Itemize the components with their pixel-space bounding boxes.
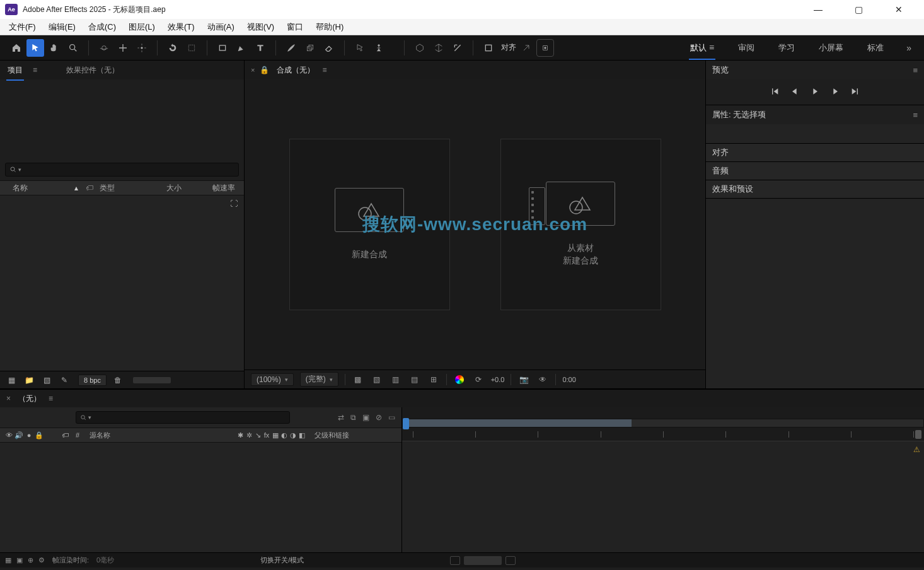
thumbnail-size-slider[interactable] [133,377,171,383]
sort-arrow-icon[interactable]: ▴ [74,183,86,192]
3d-tool-b-icon[interactable] [430,39,448,57]
brush-tool-icon[interactable] [282,39,300,57]
tab-effect-controls[interactable]: 效果控件（无） [65,62,120,78]
parent-header[interactable]: 父级和链接 [315,431,396,440]
timeline-tab-menu-icon[interactable]: ≡ [49,394,53,403]
home-tool-icon[interactable] [8,39,25,57]
align-panel-header[interactable]: 对齐 [706,144,924,161]
comp-lock-icon[interactable]: 🔒 [260,66,269,74]
sw-blend-icon[interactable]: ◧ [298,431,306,439]
tl-opt-1-icon[interactable]: ⇄ [338,413,344,422]
timecode-display[interactable]: 0:00 [562,376,575,383]
menu-help[interactable]: 帮助(H) [309,20,350,35]
col-fps[interactable]: 帧速率 [188,183,239,194]
sb-icon-2[interactable]: ▣ [16,556,23,564]
reset-exposure-icon[interactable]: ⟳ [472,373,485,386]
timeline-tab[interactable]: （无） [17,391,42,407]
pan-behind-tool-icon[interactable] [114,39,132,57]
toggle-switches-button[interactable]: 切换开关/模式 [260,555,304,565]
tl-opt-4-icon[interactable]: ⊘ [376,413,382,422]
workspace-small[interactable]: 小屏幕 [817,38,845,57]
rectangle-tool-icon[interactable] [214,39,231,57]
col-size[interactable]: 大小 [150,183,188,194]
preview-panel-header[interactable]: 预览 ≡ [706,61,924,79]
zoom-out-icon[interactable] [450,556,460,565]
pen-tool-icon[interactable] [233,39,250,57]
play-icon[interactable] [810,86,820,98]
menu-layer[interactable]: 图层(L) [122,20,161,35]
sw-shy-icon[interactable]: ✱ [236,431,244,439]
rotate-tool-icon[interactable] [164,39,182,57]
menu-edit[interactable]: 编辑(E) [42,20,82,35]
sb-icon-3[interactable]: ⊕ [28,556,33,564]
zoom-slider-icon[interactable] [464,556,502,565]
close-button[interactable]: ✕ [886,4,911,15]
new-comp-from-footage-card[interactable]: 从素材 新建合成 [500,139,661,310]
tl-opt-2-icon[interactable]: ⧉ [350,413,356,422]
col-name[interactable]: 名称 [5,183,74,194]
guides-icon[interactable]: ▤ [408,373,421,386]
lock-toggle-icon[interactable]: 🔒 [35,431,43,439]
region-icon[interactable]: ▥ [390,373,402,386]
index-header[interactable]: # [76,431,86,439]
workspace-learn[interactable]: 学习 [777,38,796,57]
maximize-button[interactable]: ▢ [846,4,871,15]
solo-toggle-icon[interactable]: ● [25,431,33,439]
label-header-icon[interactable]: 🏷 [62,431,72,439]
col-type[interactable]: 类型 [100,183,150,194]
project-search[interactable]: ▾ [5,163,239,177]
selection-tool-icon[interactable] [26,39,44,57]
flowchart-icon[interactable]: ⛶ [230,199,238,208]
sw-collapse-icon[interactable]: ↘ [254,431,262,439]
timeline-navigator[interactable] [402,419,924,428]
comp-tab-close-icon[interactable]: × [251,66,255,74]
adjust-icon[interactable]: ✎ [58,374,71,387]
workspace-review[interactable]: 审阅 [737,38,756,57]
first-frame-icon[interactable] [770,86,780,98]
tl-opt-5-icon[interactable]: ▭ [388,413,395,422]
text-tool-icon[interactable] [251,39,269,57]
menu-animation[interactable]: 动画(A) [201,20,241,35]
puppet-tool-icon[interactable] [370,39,388,57]
snapshot-icon[interactable]: 📷 [517,373,530,386]
3d-tool-a-icon[interactable] [411,39,429,57]
comp-tab-menu-icon[interactable]: ≡ [322,66,326,74]
workspace-overflow-icon[interactable]: » [906,43,911,53]
audio-toggle-icon[interactable]: 🔊 [15,431,23,439]
snap-checkbox-icon[interactable] [480,39,497,57]
transparency-grid-icon[interactable]: ▩ [352,373,364,386]
next-frame-icon[interactable] [830,86,840,98]
timeline-track-area[interactable]: ⚠ [402,441,924,552]
menu-window[interactable]: 窗口 [280,20,309,35]
menu-composition[interactable]: 合成(C) [82,20,122,35]
trash-icon[interactable]: 🗑 [112,374,124,387]
bit-depth-button[interactable]: 8 bpc [78,375,107,386]
resolution-dropdown[interactable]: (完整)▾ [300,372,338,387]
grid-icon[interactable]: ⊞ [427,373,440,386]
new-comp-icon[interactable]: ▧ [40,374,53,387]
preview-menu-icon[interactable]: ≡ [913,66,918,75]
eraser-tool-icon[interactable] [320,39,338,57]
menu-effect[interactable]: 效果(T) [161,20,201,35]
properties-panel-header[interactable]: 属性: 无选择项 ≡ [706,105,924,124]
zoom-tool-icon[interactable] [64,39,82,57]
mask-tool-icon[interactable] [183,39,200,57]
project-tab-menu-icon[interactable]: ≡ [33,66,37,74]
snap-grid-icon[interactable] [536,39,554,57]
time-ruler[interactable] [402,429,924,441]
source-name-header[interactable]: 源名称 [90,431,184,440]
prev-frame-icon[interactable] [790,86,800,98]
exposure-value[interactable]: +0.0 [491,376,505,383]
timeline-search[interactable]: ▾ [76,411,290,424]
tab-project[interactable]: 项目 [6,62,24,78]
sw-mb-icon[interactable]: ▦ [272,431,279,439]
menu-view[interactable]: 视图(V) [241,20,280,35]
roto-tool-icon[interactable] [351,39,369,57]
interpret-icon[interactable]: ▦ [5,374,18,387]
timeline-tab-close-icon[interactable]: × [6,394,11,403]
tl-opt-3-icon[interactable]: ▣ [362,413,369,422]
clone-tool-icon[interactable] [301,39,319,57]
tag-icon[interactable]: 🏷 [86,183,100,192]
zoom-in-icon[interactable] [505,556,516,565]
anchor-tool-icon[interactable] [133,39,151,57]
